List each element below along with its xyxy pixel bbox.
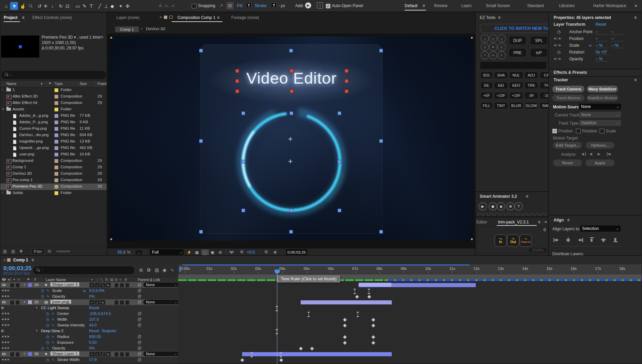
properties-menu-icon[interactable]: ≡ [634, 15, 637, 20]
project-row[interactable]: DaVinci...dio.pngPNG file604 KB [0, 132, 107, 139]
anchor-grid-button[interactable]: └ [480, 51, 489, 60]
editor-overflow-icon[interactable]: » [544, 219, 547, 224]
solo-box[interactable] [10, 300, 14, 305]
snapping-checkbox[interactable] [192, 4, 196, 8]
viewer-tab-composition[interactable]: Composition Comp 1 [177, 15, 215, 20]
timeline-tab-comp[interactable]: Comp 1 [13, 258, 28, 262]
row-label-swatch[interactable] [55, 127, 58, 131]
graph-icon[interactable]: ∿ [51, 340, 54, 344]
crop-region-icon[interactable]: ⊞ [217, 250, 223, 255]
timeline-row-left[interactable]: fx∨CC Light SweepReset [0, 305, 178, 311]
property-value[interactable]: 43.0 [89, 323, 97, 327]
timeline-row-left[interactable]: fx∨Deep Glow 2ResetRegister [0, 328, 178, 334]
row-label-swatch[interactable] [55, 108, 58, 111]
solo-box[interactable] [10, 283, 14, 287]
selection-handle[interactable] [241, 209, 245, 212]
timeline-row-left[interactable]: ◀◆▶◷∿Stroke Width17.9@ [0, 357, 178, 363]
prop-value[interactable]: – % [596, 57, 608, 62]
text-selection-handle[interactable] [290, 69, 294, 73]
row-label-swatch[interactable] [55, 88, 58, 92]
project-row[interactable]: ›1Folder [0, 87, 107, 94]
zoom-dropdown[interactable]: ⌄ [135, 250, 143, 255]
home-icon[interactable]: ⌂ [2, 2, 10, 10]
tab-lock-icon[interactable] [169, 16, 173, 19]
stopwatch-icon[interactable]: ◷ [557, 50, 560, 55]
selection-handle[interactable] [338, 160, 341, 164]
timeline-row-track[interactable] [178, 340, 642, 346]
timeline-timecode[interactable]: 0;00;03;25 [3, 265, 31, 272]
project-row[interactable]: ∨AssetsFolder [0, 106, 107, 113]
transform-reset-link[interactable]: Reset [596, 22, 606, 27]
prop-value[interactable]: – % [596, 43, 608, 48]
fast-preview-icon[interactable]: ⚡ [186, 250, 192, 255]
editor-tab-active[interactable]: trim-pack_V2.3.1 [498, 220, 529, 224]
prop-value[interactable]: 0x +0° [596, 50, 608, 55]
keyframe-ibeam[interactable] [307, 312, 310, 317]
parent-dropdown[interactable]: None⌄ [143, 282, 179, 287]
ez-grid-button-ram[interactable]: RAM [539, 102, 549, 109]
project-row[interactable]: Premiere Peo 3DComposition29 [0, 184, 107, 190]
project-flowchart-icon[interactable]: ⧉ [101, 35, 103, 39]
parent-dropdown[interactable]: None⌄ [143, 300, 179, 304]
delete-item-icon[interactable]: ⊟ [48, 249, 51, 254]
keyframe-ibeam[interactable] [368, 289, 370, 294]
selection-handle[interactable] [379, 230, 383, 234]
ez-grid-button-+10f[interactable]: +10F [494, 92, 508, 99]
ez-button-spl[interactable]: SPL [530, 36, 548, 45]
timeline-tab-menu-icon[interactable]: ≡ [31, 258, 34, 262]
editor-tab-left[interactable]: p Editor [475, 220, 487, 224]
keyframe-nav-icons[interactable]: ◀◆▶ [1, 295, 10, 298]
layer-name[interactable]: Shape Layer 3 [50, 282, 79, 286]
snap-to-features-button[interactable]: ⊡ [226, 2, 234, 9]
zoom-tool[interactable] [27, 2, 35, 10]
timeline-row-track[interactable] [178, 294, 642, 300]
viewer-tab-menu-icon[interactable]: ≡ [217, 15, 219, 20]
row-expander-icon[interactable]: › [2, 191, 3, 194]
graph-icon[interactable]: ∿ [51, 317, 54, 321]
pickwhip-icon[interactable]: @ [137, 300, 142, 304]
effect-reset-link[interactable]: Reset [89, 329, 99, 333]
motion-blur-icon[interactable]: ◉ [163, 267, 166, 273]
keyframe-ibeam[interactable] [280, 352, 282, 357]
timeline-row-left[interactable]: ◀◆▶◷∿Radius500.00@ [0, 334, 178, 340]
project-row[interactable]: BackgroundComposition29 [0, 158, 107, 165]
selection-handle[interactable] [379, 49, 383, 52]
checkbox-scale[interactable] [600, 129, 604, 133]
graph-icon[interactable]: ∿ [46, 288, 49, 292]
parent-dropdown[interactable]: None⌄ [143, 351, 179, 356]
workspace-tab-learn[interactable]: Learn [461, 3, 472, 8]
keyframe-nav-icons[interactable]: ◀◇▶ [554, 44, 562, 47]
stopwatch-icon[interactable]: ◷ [41, 294, 44, 299]
layer-expander-icon[interactable]: ∨ [23, 283, 26, 286]
mask-tool-icon[interactable]: ⋌ [171, 3, 175, 8]
options-button[interactable]: Options... [585, 142, 615, 149]
row-label-swatch[interactable] [55, 133, 58, 137]
layer-switch-box[interactable] [114, 283, 119, 287]
layer-visibility-eye-icon[interactable] [2, 353, 5, 355]
project-row[interactable]: Upwork ...ge.pngPNG file462 KB [0, 145, 107, 152]
puppet-pin-tool[interactable]: ✜ [124, 2, 131, 10]
effect-expander-icon[interactable]: ∨ [36, 329, 38, 332]
pickwhip-icon[interactable]: @ [137, 334, 142, 339]
tracker-apply-button[interactable]: Apply [585, 159, 615, 166]
text-selection-handle[interactable] [235, 69, 239, 73]
tab-label-swatch[interactable] [164, 16, 167, 19]
layer-duration-bar[interactable] [242, 352, 392, 357]
show-snapshot-icon[interactable]: ◉ [273, 250, 277, 254]
layer-switch-box[interactable] [120, 283, 124, 287]
work-area-bar[interactable] [178, 274, 642, 280]
snap-along-icon[interactable]: ↗ [219, 3, 223, 8]
row-label-swatch[interactable] [55, 121, 58, 124]
tracker-button-stabilize-motion[interactable]: Stabilize Motion [587, 94, 618, 101]
layer-switch-box[interactable] [125, 283, 129, 287]
ez-grid-button-sha[interactable]: SHA [494, 71, 508, 79]
graph-icon[interactable]: ∿ [46, 294, 49, 298]
anchor-grid-button[interactable]: ┬ [489, 34, 497, 43]
exposure-icon[interactable]: ✇ [240, 250, 243, 254]
analyze-forward-one-icon[interactable]: ❙▶ [606, 152, 611, 156]
cube-icon[interactable]: ◈ [497, 202, 505, 211]
pickwhip-icon[interactable]: @ [137, 351, 142, 356]
pickwhip-icon[interactable]: @ [137, 282, 142, 287]
project-row[interactable]: DaVinci 3DComposition29 [0, 171, 107, 177]
keyframe-nav-icons[interactable]: ◀◆▶ [1, 289, 10, 292]
